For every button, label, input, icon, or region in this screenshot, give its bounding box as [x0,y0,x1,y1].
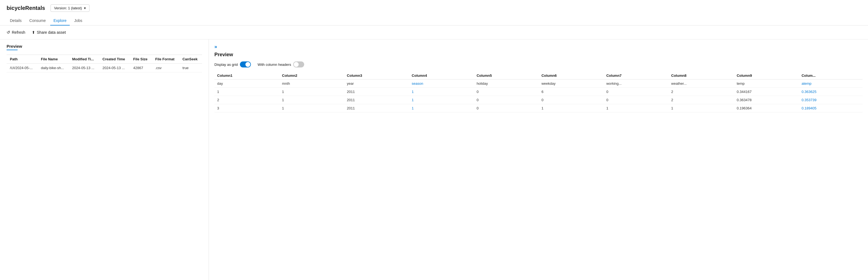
data-cell-r2-c9: 0.353739 [799,96,863,104]
data-cell-r2-c2: 2011 [344,96,409,104]
nav-tabs: Details Consume Explore Jobs [0,16,868,26]
column-headers-toggle[interactable] [293,62,304,67]
table-row: /UI/2024-05-... daily-bike-sh... 2024-05… [7,64,202,72]
data-col-6: Column6 [538,72,603,79]
share-icon: ⬆ [32,30,35,35]
data-cell-r2-c0: 2 [214,96,279,104]
data-cell-r0-c3: season [409,79,474,88]
data-cell-r0-c6: working... [603,79,669,88]
toggle-knob-2 [294,62,299,67]
toggle-knob [245,62,250,67]
refresh-label: Refresh [12,30,25,35]
app-title: bicycleRentals [7,5,45,11]
data-cell-r3-c5: 1 [538,104,603,112]
data-cell-r1-c8: 0.344167 [734,88,799,96]
column-headers-control: With column headers [257,62,304,67]
data-cell-r3-c1: 1 [279,104,344,112]
data-cell-r0-c2: year [344,79,409,88]
table-header-row: Path File Name Modified Ti... Created Ti… [7,55,202,64]
tab-details[interactable]: Details [7,16,25,26]
data-col-10: Colum... [799,72,863,79]
version-label: Version: 1 (latest) [54,6,82,10]
refresh-icon: ↺ [7,30,10,35]
data-cell-r1-c1: 1 [279,88,344,96]
data-cell-r0-c0: day [214,79,279,88]
data-cell-r3-c6: 1 [603,104,669,112]
col-created: Created Time [99,55,130,64]
col-modified: Modified Ti... [69,55,99,64]
data-col-3: Column3 [344,72,409,79]
data-cell-r1-c6: 0 [603,88,669,96]
data-col-2: Column2 [279,72,344,79]
preview-table: Path File Name Modified Ti... Created Ti… [7,55,202,72]
data-cell-r2-c3: 1 [409,96,474,104]
data-col-5: Column5 [474,72,538,79]
data-cell-r1-c3: 1 [409,88,474,96]
left-panel: Preview Path File Name Modified Ti... Cr… [0,39,209,280]
main-content: Preview Path File Name Modified Ti... Cr… [0,39,868,280]
data-cell-r2-c7: 2 [669,96,734,104]
cell-modified: 2024-05-13 ... [69,64,99,72]
data-cell-r3-c2: 2011 [344,104,409,112]
col-filename: File Name [38,55,69,64]
data-cell-r1-c7: 2 [669,88,734,96]
display-as-grid-control: Display as grid [214,62,251,67]
data-table: Column1 Column2 Column3 Column4 Column5 … [214,72,863,112]
data-table-row: 112011106020.3441670.363625 [214,88,863,96]
data-cell-r1-c2: 2011 [344,88,409,96]
cell-created: 2024-05-13 ... [99,64,130,72]
data-cell-r0-c4: holiday [474,79,538,88]
data-cell-r3-c8: 0.196364 [734,104,799,112]
data-cell-r2-c8: 0.363478 [734,96,799,104]
display-grid-toggle[interactable] [240,62,251,67]
tab-explore[interactable]: Explore [50,16,70,26]
data-cell-r2-c6: 0 [603,96,669,104]
expand-button[interactable]: » [214,44,217,49]
data-cell-r0-c9: atemp [799,79,863,88]
col-path: Path [7,55,38,64]
cell-path: /UI/2024-05-... [7,64,38,72]
data-col-8: Column8 [669,72,734,79]
header: bicycleRentals Version: 1 (latest) ▾ [0,0,868,12]
data-cell-r2-c5: 0 [538,96,603,104]
preview-section-title: Preview [7,44,202,51]
right-panel: » Preview Display as grid With column he… [209,39,868,280]
preview-label: Preview [7,44,22,48]
data-cell-r1-c4: 0 [474,88,538,96]
refresh-button[interactable]: ↺ Refresh [7,29,25,36]
data-col-4: Column4 [409,72,474,79]
display-as-grid-label: Display as grid [214,63,238,67]
col-fileformat: File Format [152,55,179,64]
share-button[interactable]: ⬆ Share data asset [32,29,66,36]
data-table-row: 212011100020.3634780.353739 [214,96,863,104]
data-cell-r2-c4: 0 [474,96,538,104]
toolbar: ↺ Refresh ⬆ Share data asset [0,26,868,39]
data-cell-r1-c0: 1 [214,88,279,96]
data-cell-r2-c1: 1 [279,96,344,104]
data-cell-r3-c4: 0 [474,104,538,112]
data-cell-r3-c3: 1 [409,104,474,112]
data-cell-r0-c1: mnth [279,79,344,88]
col-canseek: CanSeek [179,55,202,64]
col-filesize: File Size [130,55,152,64]
data-header-row: Column1 Column2 Column3 Column4 Column5 … [214,72,863,79]
data-col-1: Column1 [214,72,279,79]
tab-consume[interactable]: Consume [26,16,49,26]
tab-jobs[interactable]: Jobs [71,16,86,26]
cell-canseek: true [179,64,202,72]
data-cell-r0-c8: temp [734,79,799,88]
data-table-row: daymnthyearseasonholidayweekdayworking..… [214,79,863,88]
cell-filesize: 42867 [130,64,152,72]
data-table-row: 312011101110.1963640.189405 [214,104,863,112]
right-panel-title: Preview [214,52,863,58]
data-cell-r0-c5: weekday [538,79,603,88]
version-dropdown[interactable]: Version: 1 (latest) ▾ [51,4,90,12]
cell-fileformat: .csv [152,64,179,72]
cell-filename: daily-bike-sh... [38,64,69,72]
data-cell-r3-c0: 3 [214,104,279,112]
data-cell-r3-c7: 1 [669,104,734,112]
data-cell-r1-c5: 6 [538,88,603,96]
chevron-down-icon: ▾ [84,6,86,10]
grid-controls: Display as grid With column headers [214,62,863,67]
data-cell-r0-c7: weather... [669,79,734,88]
